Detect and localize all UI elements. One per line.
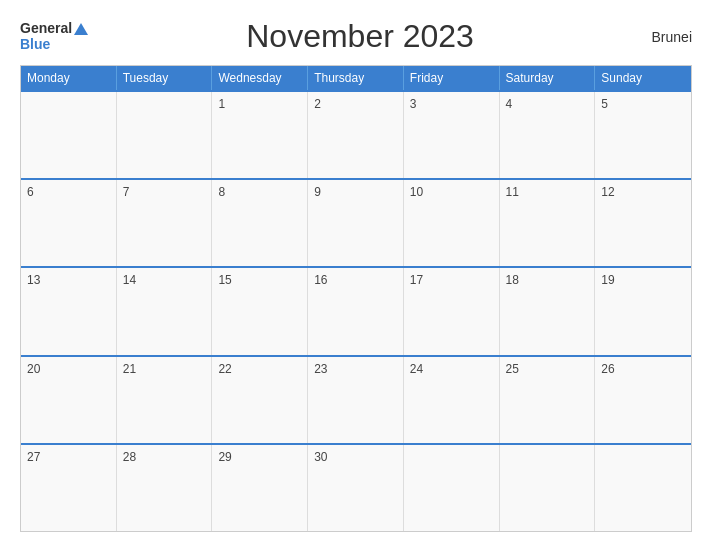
calendar-week: 20212223242526 xyxy=(21,355,691,443)
calendar-cell: 11 xyxy=(500,180,596,266)
calendar-cell: 7 xyxy=(117,180,213,266)
calendar-cell: 15 xyxy=(212,268,308,354)
day-number: 10 xyxy=(410,185,423,199)
day-number: 8 xyxy=(218,185,225,199)
calendar-cell: 29 xyxy=(212,445,308,531)
calendar-cell: 25 xyxy=(500,357,596,443)
calendar-cell: 5 xyxy=(595,92,691,178)
calendar-cell: 19 xyxy=(595,268,691,354)
calendar: MondayTuesdayWednesdayThursdayFridaySatu… xyxy=(20,65,692,532)
calendar-cell: 26 xyxy=(595,357,691,443)
day-number: 24 xyxy=(410,362,423,376)
calendar-body: 1234567891011121314151617181920212223242… xyxy=(21,90,691,531)
weekday-header: Friday xyxy=(404,66,500,90)
calendar-cell xyxy=(117,92,213,178)
day-number: 27 xyxy=(27,450,40,464)
day-number: 20 xyxy=(27,362,40,376)
calendar-cell: 28 xyxy=(117,445,213,531)
day-number: 2 xyxy=(314,97,321,111)
page-title: November 2023 xyxy=(88,18,632,55)
weekday-header: Wednesday xyxy=(212,66,308,90)
page-header: General Blue November 2023 Brunei xyxy=(20,18,692,55)
day-number: 19 xyxy=(601,273,614,287)
logo-general-text: General xyxy=(20,21,72,36)
calendar-cell: 22 xyxy=(212,357,308,443)
day-number: 25 xyxy=(506,362,519,376)
day-number: 22 xyxy=(218,362,231,376)
day-number: 26 xyxy=(601,362,614,376)
calendar-cell: 20 xyxy=(21,357,117,443)
calendar-cell: 4 xyxy=(500,92,596,178)
calendar-week: 27282930 xyxy=(21,443,691,531)
calendar-cell: 8 xyxy=(212,180,308,266)
calendar-week: 12345 xyxy=(21,90,691,178)
day-number: 30 xyxy=(314,450,327,464)
calendar-page: General Blue November 2023 Brunei Monday… xyxy=(0,0,712,550)
weekday-header: Sunday xyxy=(595,66,691,90)
calendar-cell xyxy=(404,445,500,531)
calendar-week: 13141516171819 xyxy=(21,266,691,354)
calendar-cell: 18 xyxy=(500,268,596,354)
calendar-cell: 9 xyxy=(308,180,404,266)
day-number: 18 xyxy=(506,273,519,287)
calendar-cell: 24 xyxy=(404,357,500,443)
calendar-cell xyxy=(500,445,596,531)
calendar-cell: 2 xyxy=(308,92,404,178)
calendar-cell xyxy=(595,445,691,531)
logo-blue-text: Blue xyxy=(20,37,50,52)
calendar-cell: 23 xyxy=(308,357,404,443)
calendar-cell xyxy=(21,92,117,178)
weekday-header: Saturday xyxy=(500,66,596,90)
day-number: 3 xyxy=(410,97,417,111)
weekday-header: Tuesday xyxy=(117,66,213,90)
weekday-header: Thursday xyxy=(308,66,404,90)
weekday-header: Monday xyxy=(21,66,117,90)
day-number: 4 xyxy=(506,97,513,111)
calendar-cell: 6 xyxy=(21,180,117,266)
day-number: 1 xyxy=(218,97,225,111)
calendar-cell: 10 xyxy=(404,180,500,266)
day-number: 15 xyxy=(218,273,231,287)
day-number: 28 xyxy=(123,450,136,464)
day-number: 17 xyxy=(410,273,423,287)
logo: General Blue xyxy=(20,21,88,52)
day-number: 9 xyxy=(314,185,321,199)
calendar-cell: 21 xyxy=(117,357,213,443)
calendar-cell: 17 xyxy=(404,268,500,354)
calendar-week: 6789101112 xyxy=(21,178,691,266)
calendar-cell: 16 xyxy=(308,268,404,354)
logo-triangle-icon xyxy=(74,23,88,35)
calendar-cell: 12 xyxy=(595,180,691,266)
day-number: 6 xyxy=(27,185,34,199)
day-number: 21 xyxy=(123,362,136,376)
day-number: 16 xyxy=(314,273,327,287)
day-number: 12 xyxy=(601,185,614,199)
calendar-cell: 27 xyxy=(21,445,117,531)
day-number: 13 xyxy=(27,273,40,287)
calendar-cell: 14 xyxy=(117,268,213,354)
day-number: 11 xyxy=(506,185,519,199)
calendar-cell: 3 xyxy=(404,92,500,178)
day-number: 7 xyxy=(123,185,130,199)
calendar-cell: 13 xyxy=(21,268,117,354)
day-number: 14 xyxy=(123,273,136,287)
calendar-header: MondayTuesdayWednesdayThursdayFridaySatu… xyxy=(21,66,691,90)
day-number: 29 xyxy=(218,450,231,464)
day-number: 23 xyxy=(314,362,327,376)
country-label: Brunei xyxy=(632,29,692,45)
day-number: 5 xyxy=(601,97,608,111)
calendar-cell: 1 xyxy=(212,92,308,178)
calendar-cell: 30 xyxy=(308,445,404,531)
